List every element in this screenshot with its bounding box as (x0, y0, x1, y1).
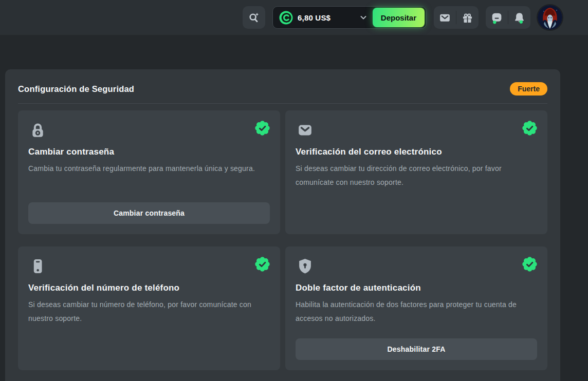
chat-icon (490, 11, 503, 24)
mail-gift-group (434, 6, 479, 29)
change-password-button[interactable]: Cambiar contraseña (28, 202, 270, 224)
card-title: Verificación del número de teléfono (28, 283, 270, 293)
verified-badge-icon (522, 121, 537, 136)
card-title: Cambiar contraseña (28, 147, 270, 157)
chevron-down-icon (359, 13, 368, 22)
verified-badge-icon (522, 257, 537, 272)
verified-badge-icon (255, 257, 270, 272)
mail-button[interactable] (434, 6, 456, 29)
card-description: Cambia tu contraseña regularmente para m… (28, 162, 270, 176)
verified-badge-icon (255, 121, 270, 136)
balance-dropdown[interactable]: 6,80 US$ Depositar (272, 6, 427, 29)
card-change-password: Cambiar contraseña Cambia tu contraseña … (18, 110, 280, 234)
divider (18, 103, 547, 104)
bell-icon (513, 11, 526, 24)
card-description: Si deseas cambiar tu número de teléfono,… (28, 298, 270, 326)
deposit-button[interactable]: Depositar (373, 8, 425, 27)
card-email-verification: Verificación del correo electrónico Si d… (285, 110, 547, 234)
chat-bell-group (486, 6, 530, 29)
card-description: Si deseas cambiar tu dirección de correo… (296, 162, 537, 190)
chat-button[interactable] (486, 6, 508, 29)
search-button[interactable] (243, 6, 265, 29)
security-settings-panel: Configuración de Seguridad Fuerte (5, 69, 560, 381)
gift-button[interactable] (456, 6, 479, 29)
lock-icon (28, 121, 47, 140)
security-cards-grid: Cambiar contraseña Cambia tu contraseña … (18, 110, 547, 370)
avatar[interactable] (538, 5, 562, 30)
card-phone-verification: Verificación del número de teléfono Si d… (18, 246, 280, 370)
card-description: Habilita la autenticación de dos factore… (296, 298, 537, 326)
phone-icon (28, 257, 47, 276)
card-two-factor-auth: Doble factor de autenticación Habilita l… (285, 246, 547, 370)
card-title: Verificación del correo electrónico (296, 147, 537, 157)
disable-2fa-button[interactable]: Deshabilitar 2FA (296, 338, 537, 360)
page-title: Configuración de Seguridad (18, 84, 134, 94)
panel-header: Configuración de Seguridad Fuerte (18, 82, 547, 96)
topbar: 6,80 US$ Depositar (0, 0, 588, 35)
coin-icon (279, 11, 293, 25)
balance-amount: 6,80 US$ (298, 13, 330, 22)
mail-icon (296, 121, 315, 140)
shield-icon (296, 257, 315, 276)
search-sparkle-icon (247, 11, 261, 24)
mail-icon (438, 11, 451, 24)
notifications-button[interactable] (508, 6, 530, 29)
password-strength-badge: Fuerte (510, 82, 547, 96)
card-title: Doble factor de autenticación (296, 283, 537, 293)
gift-icon (461, 11, 474, 24)
